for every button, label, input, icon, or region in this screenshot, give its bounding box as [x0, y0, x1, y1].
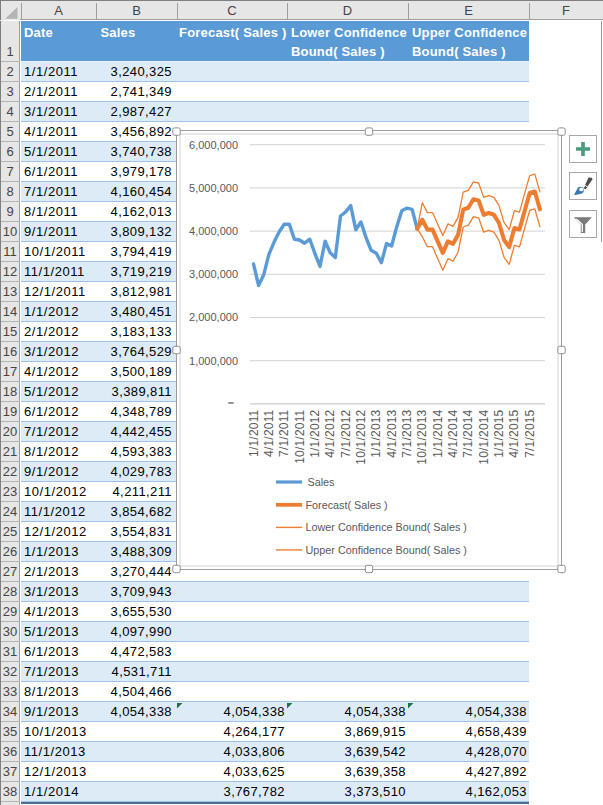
svg-text:7/1/2013: 7/1/2013	[400, 409, 414, 457]
svg-text:2,000,000: 2,000,000	[189, 311, 238, 323]
svg-text:10/1/2014: 10/1/2014	[477, 409, 491, 464]
svg-text:10/1/2011: 10/1/2011	[293, 409, 307, 463]
svg-text:10/1/2013: 10/1/2013	[415, 409, 429, 464]
svg-text:7/1/2011: 7/1/2011	[277, 409, 291, 457]
svg-text:4/1/2012: 4/1/2012	[323, 409, 337, 457]
svg-text:1/1/2015: 1/1/2015	[492, 409, 506, 457]
svg-text:Sales: Sales	[308, 476, 336, 488]
svg-text:4/1/2014: 4/1/2014	[446, 409, 460, 457]
svg-text:4,000,000: 4,000,000	[189, 225, 238, 237]
svg-text:4/1/2011: 4/1/2011	[262, 409, 276, 457]
svg-text:7/1/2014: 7/1/2014	[461, 409, 475, 457]
svg-text:Lower Confidence Bound( Sales: Lower Confidence Bound( Sales )	[306, 521, 467, 533]
svg-text:7/1/2015: 7/1/2015	[523, 409, 537, 457]
svg-text:1/1/2011: 1/1/2011	[247, 409, 261, 457]
svg-text:4/1/2015: 4/1/2015	[507, 409, 521, 457]
svg-text:1/1/2013: 1/1/2013	[369, 409, 383, 457]
svg-text:1/1/2014: 1/1/2014	[431, 409, 445, 457]
svg-text:6,000,000: 6,000,000	[189, 139, 238, 151]
svg-text:3,000,000: 3,000,000	[189, 268, 238, 280]
svg-text:5,000,000: 5,000,000	[189, 182, 238, 194]
svg-text:Forecast( Sales ): Forecast( Sales )	[306, 499, 388, 511]
svg-text:7/1/2012: 7/1/2012	[339, 409, 353, 457]
svg-text:4/1/2013: 4/1/2013	[385, 409, 399, 457]
svg-text:10/1/2012: 10/1/2012	[354, 409, 368, 464]
svg-text:1,000,000: 1,000,000	[189, 355, 238, 367]
svg-text:Upper Confidence Bound( Sales: Upper Confidence Bound( Sales )	[306, 544, 467, 556]
svg-text:1/1/2012: 1/1/2012	[308, 409, 322, 457]
